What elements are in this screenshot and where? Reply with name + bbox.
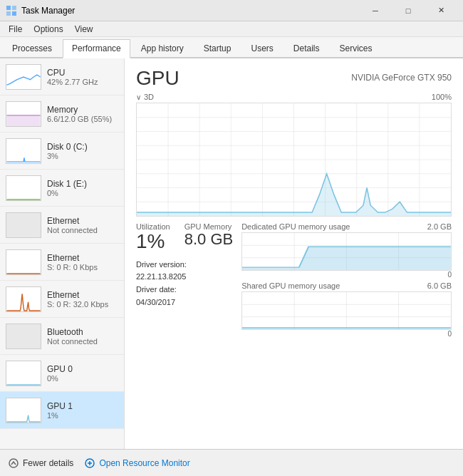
sidebar-item-eth3[interactable]: Ethernet S: 0 R: 32.0 Kbps <box>0 281 124 318</box>
gpu1-name: GPU 1 <box>47 401 118 411</box>
chart-label-row: ∨ 3D 100% <box>136 93 452 101</box>
disk0-name: Disk 0 (C:) <box>47 142 118 152</box>
tab-processes[interactable]: Processes <box>3 39 61 57</box>
dedicated-min: 0 <box>241 271 452 279</box>
bluetooth-thumb <box>6 324 41 349</box>
menu-bar: File Options View <box>0 21 463 37</box>
close-button[interactable]: ✕ <box>425 0 457 21</box>
menu-view[interactable]: View <box>69 23 99 36</box>
minimize-button[interactable]: ─ <box>359 0 392 21</box>
disk0-stat: 3% <box>47 152 118 160</box>
lower-right: Dedicated GPU memory usage 2.0 GB <box>241 222 452 338</box>
gpu0-thumb <box>6 361 41 386</box>
sidebar-item-gpu0[interactable]: GPU 0 0% <box>0 355 124 392</box>
tab-performance[interactable]: Performance <box>63 39 130 58</box>
svg-marker-27 <box>242 247 451 270</box>
shared-max: 6.0 GB <box>427 281 452 290</box>
gpu0-name: GPU 0 <box>47 364 118 374</box>
memory-info: Memory 6.6/12.0 GB (55%) <box>47 105 118 123</box>
title-bar: Task Manager ─ □ ✕ <box>0 0 463 21</box>
bottom-bar: Fewer details Open Resource Monitor <box>0 449 463 476</box>
maximize-button[interactable]: □ <box>392 0 425 21</box>
eth3-thumb <box>6 286 41 312</box>
tab-users[interactable]: Users <box>241 39 282 57</box>
dedicated-label: Dedicated GPU memory usage <box>241 222 350 231</box>
sidebar-item-eth2[interactable]: Ethernet S: 0 R: 0 Kbps <box>0 244 124 281</box>
shared-chart-header: Shared GPU memory usage 6.0 GB <box>241 281 452 290</box>
disk1-info: Disk 1 (E:) 0% <box>47 179 118 197</box>
disk0-thumb <box>6 138 41 164</box>
chevron-icon: ∨ <box>136 93 141 101</box>
gpu0-stat: 0% <box>47 374 118 383</box>
chart-label-left: ∨ 3D <box>136 93 154 101</box>
utilization-value: 1% <box>136 231 170 253</box>
eth2-info: Ethernet S: 0 R: 0 Kbps <box>47 253 118 271</box>
sidebar-item-bluetooth[interactable]: Bluetooth Not connected <box>0 318 124 355</box>
driver-info: Driver version: 22.21.13.8205 Driver dat… <box>136 259 233 309</box>
bluetooth-info: Bluetooth Not connected <box>47 327 118 346</box>
open-resource-monitor-link[interactable]: Open Resource Monitor <box>85 458 189 468</box>
monitor-icon <box>85 458 95 468</box>
tab-app-history[interactable]: App history <box>132 39 193 57</box>
sidebar: CPU 42% 2.77 GHz Memory 6.6/12.0 GB (55%… <box>0 58 125 449</box>
svg-rect-3 <box>12 11 16 16</box>
dedicated-chart-box <box>241 232 452 271</box>
svg-rect-1 <box>12 6 16 10</box>
memory-value: 8.0 GB <box>184 231 233 248</box>
main-layout: CPU 42% 2.77 GHz Memory 6.6/12.0 GB (55%… <box>0 58 463 449</box>
tab-details[interactable]: Details <box>284 39 329 57</box>
cpu-stat: 42% 2.77 GHz <box>47 78 118 86</box>
eth3-info: Ethernet S: 0 R: 32.0 Kbps <box>47 290 118 309</box>
dedicated-chart-info: Dedicated GPU memory usage 2.0 GB <box>241 222 452 279</box>
shared-min: 0 <box>241 330 452 338</box>
content-area: GPU NVIDIA GeForce GTX 950 ∨ 3D 100% <box>125 58 463 449</box>
fewer-details-label: Fewer details <box>23 458 73 468</box>
sidebar-item-eth1[interactable]: Ethernet Not connected <box>0 207 124 244</box>
tab-services[interactable]: Services <box>331 39 382 57</box>
chart-max-label: 100% <box>432 93 452 101</box>
stats-row: Utilization 1% GPU Memory 8.0 GB <box>136 222 233 253</box>
eth2-name: Ethernet <box>47 253 118 263</box>
sidebar-item-memory[interactable]: Memory 6.6/12.0 GB (55%) <box>0 95 124 133</box>
chevron-up-icon <box>9 458 19 468</box>
dedicated-chart-header: Dedicated GPU memory usage 2.0 GB <box>241 222 452 231</box>
driver-version-value: 22.21.13.8205 <box>136 271 233 284</box>
sidebar-item-disk1[interactable]: Disk 1 (E:) 0% <box>0 170 124 207</box>
menu-options[interactable]: Options <box>28 23 68 36</box>
device-name: NVIDIA GeForce GTX 950 <box>351 67 452 83</box>
eth1-stat: Not connected <box>47 226 118 234</box>
memory-block: GPU Memory 8.0 GB <box>184 222 233 253</box>
tab-startup[interactable]: Startup <box>194 39 241 57</box>
tab-bar: Processes Performance App history Startu… <box>0 37 463 58</box>
driver-date-value: 04/30/2017 <box>136 296 233 309</box>
memory-thumb <box>6 101 41 127</box>
svg-rect-4 <box>6 115 40 125</box>
disk1-thumb <box>6 175 41 201</box>
window-title: Task Manager <box>21 6 359 16</box>
svg-rect-0 <box>6 6 11 10</box>
gpu0-info: GPU 0 0% <box>47 364 118 383</box>
eth3-stat: S: 0 R: 32.0 Kbps <box>47 300 118 309</box>
gpu-main-chart <box>136 103 452 217</box>
menu-file[interactable]: File <box>3 23 28 36</box>
utilization-block: Utilization 1% <box>136 222 170 253</box>
gpu1-info: GPU 1 1% <box>47 401 118 420</box>
driver-date-label: Driver date: <box>136 284 233 296</box>
driver-version-label: Driver version: <box>136 259 233 271</box>
sidebar-item-disk0[interactable]: Disk 0 (C:) 3% <box>0 133 124 170</box>
shared-chart-box <box>241 291 452 330</box>
sidebar-item-gpu1[interactable]: GPU 1 1% <box>0 392 124 429</box>
sidebar-item-cpu[interactable]: CPU 42% 2.77 GHz <box>0 58 124 95</box>
fewer-details-button[interactable]: Fewer details <box>9 458 73 468</box>
dedicated-max: 2.0 GB <box>427 222 452 231</box>
disk1-stat: 0% <box>47 189 118 197</box>
eth2-thumb <box>6 249 41 275</box>
cpu-info: CPU 42% 2.77 GHz <box>47 68 118 86</box>
lower-left: Utilization 1% GPU Memory 8.0 GB Driver … <box>136 222 233 338</box>
gpu1-thumb <box>6 398 41 423</box>
open-monitor-label: Open Resource Monitor <box>99 458 189 468</box>
lower-section: Utilization 1% GPU Memory 8.0 GB Driver … <box>136 222 452 338</box>
eth1-info: Ethernet Not connected <box>47 216 118 234</box>
cpu-name: CPU <box>47 68 118 78</box>
svg-point-34 <box>9 459 18 467</box>
